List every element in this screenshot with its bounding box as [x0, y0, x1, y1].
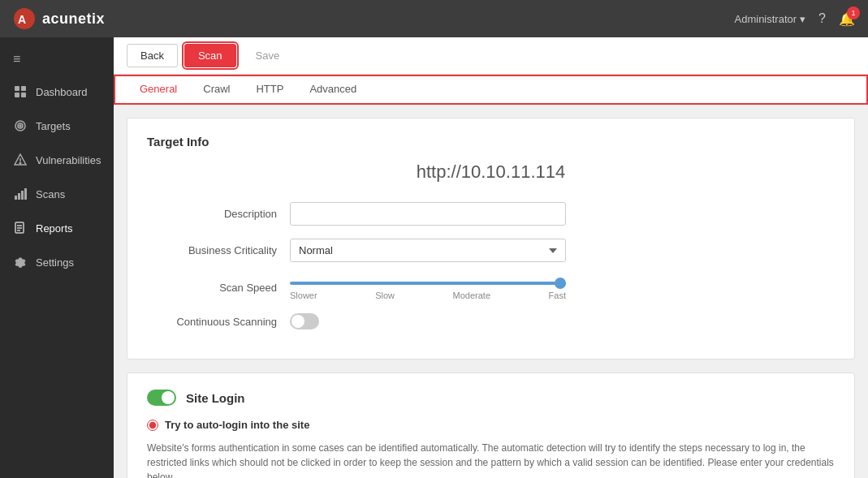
target-info-title: Target Info — [147, 135, 835, 149]
toggle-knob — [291, 315, 304, 328]
scan-button[interactable]: Scan — [184, 44, 236, 67]
slider-label-slower: Slower — [290, 291, 317, 300]
sidebar: ≡ Dashboard Targets Vulnerabilities Scan… — [0, 37, 114, 478]
tabs-bar: General Crawl HTTP Advanced — [114, 75, 868, 105]
continuous-scanning-row: Continuous Scanning — [147, 313, 835, 329]
notification-badge: 1 — [847, 6, 860, 19]
target-url: http://10.10.11.114 — [147, 161, 835, 183]
main-layout: ≡ Dashboard Targets Vulnerabilities Scan… — [0, 37, 868, 478]
site-login-toggle[interactable] — [147, 390, 176, 406]
business-criticality-row: Business Criticality Low Normal High Cri… — [147, 239, 835, 262]
scan-speed-slider-container: Slower Slow Moderate Fast — [290, 275, 566, 300]
svg-rect-12 — [15, 196, 17, 200]
site-login-title: Site Login — [186, 391, 245, 405]
content-area: Back Scan Save General Crawl HTTP Advanc… — [114, 37, 868, 478]
auto-login-radio-row: Try to auto-login into the site — [147, 419, 835, 431]
description-label: Description — [147, 208, 277, 220]
svg-point-11 — [19, 162, 21, 164]
admin-caret: ▾ — [800, 13, 805, 25]
slider-label-slow: Slow — [375, 291, 395, 300]
targets-icon — [13, 118, 28, 133]
vulnerabilities-icon — [13, 153, 28, 167]
navbar: A acunetix Administrator ▾ ? 🔔 1 — [0, 0, 868, 37]
page-content: Target Info http://10.10.11.114 Descript… — [114, 105, 868, 478]
description-input[interactable] — [290, 202, 566, 226]
tab-general[interactable]: General — [127, 75, 190, 105]
reports-icon — [13, 221, 28, 235]
sidebar-label-reports: Reports — [36, 222, 73, 235]
svg-text:A: A — [18, 13, 26, 26]
tab-http[interactable]: HTTP — [243, 75, 296, 105]
tab-crawl[interactable]: Crawl — [190, 75, 243, 105]
target-info-card: Target Info http://10.10.11.114 Descript… — [127, 118, 855, 360]
sidebar-item-scans[interactable]: Scans — [0, 177, 114, 211]
site-login-card: Site Login Try to auto-login into the si… — [127, 372, 855, 478]
sidebar-item-vulnerabilities[interactable]: Vulnerabilities — [0, 143, 114, 177]
sidebar-item-targets[interactable]: Targets — [0, 109, 114, 143]
auto-login-radio[interactable] — [147, 420, 158, 431]
settings-icon — [13, 255, 28, 269]
help-icon[interactable]: ? — [818, 11, 826, 26]
scan-speed-slider[interactable] — [290, 282, 566, 285]
admin-menu[interactable]: Administrator ▾ — [735, 13, 806, 25]
back-button[interactable]: Back — [127, 44, 178, 67]
scans-icon — [13, 187, 28, 201]
notifications-icon[interactable]: 🔔 1 — [839, 11, 855, 27]
admin-label: Administrator — [735, 13, 797, 25]
site-login-toggle-knob — [162, 391, 175, 404]
sidebar-label-targets: Targets — [36, 120, 71, 132]
auto-login-description: Website's forms authentication in some c… — [147, 441, 835, 478]
save-button[interactable]: Save — [243, 45, 293, 67]
description-row: Description — [147, 202, 835, 226]
site-login-header: Site Login — [147, 390, 835, 406]
sidebar-label-scans: Scans — [36, 188, 65, 200]
sidebar-label-dashboard: Dashboard — [36, 86, 88, 98]
sidebar-label-settings: Settings — [36, 256, 74, 269]
svg-rect-4 — [15, 93, 19, 97]
brand-logo: A acunetix — [13, 7, 105, 30]
continuous-scanning-label: Continuous Scanning — [147, 316, 277, 328]
sidebar-toggle[interactable]: ≡ — [0, 44, 114, 75]
business-criticality-label: Business Criticality — [147, 244, 277, 256]
sidebar-item-reports[interactable]: Reports — [0, 211, 114, 245]
svg-rect-5 — [21, 93, 26, 97]
continuous-scanning-toggle[interactable] — [290, 313, 319, 329]
brand-name: acunetix — [42, 11, 105, 28]
svg-rect-2 — [15, 86, 19, 91]
scan-speed-label: Scan Speed — [147, 282, 277, 294]
scan-speed-row: Scan Speed Slower Slow Moderate Fast — [147, 275, 835, 300]
svg-point-8 — [19, 125, 21, 127]
slider-label-moderate: Moderate — [453, 291, 490, 300]
auto-login-label: Try to auto-login into the site — [165, 419, 309, 431]
tab-advanced[interactable]: Advanced — [296, 75, 369, 105]
svg-rect-15 — [24, 188, 27, 200]
sidebar-item-settings[interactable]: Settings — [0, 245, 114, 279]
business-criticality-select[interactable]: Low Normal High Critical — [290, 239, 566, 262]
slider-label-fast: Fast — [549, 291, 566, 300]
toolbar: Back Scan Save — [114, 37, 868, 75]
sidebar-label-vulnerabilities: Vulnerabilities — [36, 154, 101, 166]
slider-labels: Slower Slow Moderate Fast — [290, 291, 566, 300]
svg-rect-3 — [21, 86, 26, 91]
sidebar-item-dashboard[interactable]: Dashboard — [0, 75, 114, 109]
svg-rect-14 — [21, 191, 24, 200]
dashboard-icon — [13, 84, 28, 99]
svg-rect-13 — [18, 193, 20, 200]
navbar-right: Administrator ▾ ? 🔔 1 — [735, 11, 855, 27]
